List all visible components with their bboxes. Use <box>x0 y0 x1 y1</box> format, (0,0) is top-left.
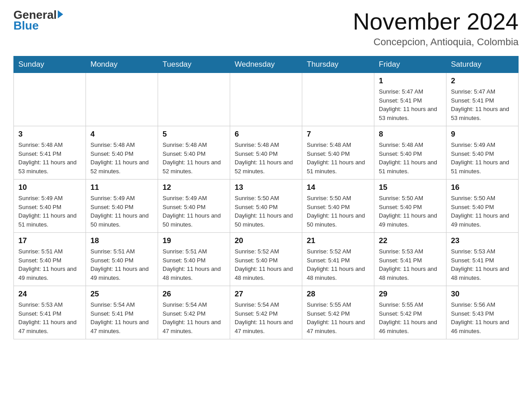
day-number: 22 <box>379 236 442 245</box>
day-number: 28 <box>307 290 369 299</box>
day-cell <box>302 73 374 126</box>
day-number: 16 <box>451 183 514 192</box>
day-cell: 12Sunrise: 5:49 AM Sunset: 5:40 PM Dayli… <box>158 180 230 233</box>
day-number: 9 <box>451 130 514 139</box>
day-info: Sunrise: 5:55 AM Sunset: 5:42 PM Dayligh… <box>379 300 442 335</box>
day-cell: 13Sunrise: 5:50 AM Sunset: 5:40 PM Dayli… <box>230 180 302 233</box>
day-info: Sunrise: 5:49 AM Sunset: 5:40 PM Dayligh… <box>451 141 514 176</box>
week-row-3: 10Sunrise: 5:49 AM Sunset: 5:40 PM Dayli… <box>14 180 519 233</box>
week-row-5: 24Sunrise: 5:53 AM Sunset: 5:41 PM Dayli… <box>14 286 519 339</box>
day-cell: 6Sunrise: 5:48 AM Sunset: 5:40 PM Daylig… <box>230 126 302 180</box>
calendar-table: SundayMondayTuesdayWednesdayThursdayFrid… <box>13 56 519 339</box>
day-info: Sunrise: 5:49 AM Sunset: 5:40 PM Dayligh… <box>163 194 225 229</box>
day-number: 8 <box>379 130 442 139</box>
day-number: 19 <box>163 236 225 245</box>
day-cell <box>86 73 158 126</box>
day-info: Sunrise: 5:48 AM Sunset: 5:40 PM Dayligh… <box>307 141 369 176</box>
day-number: 14 <box>307 183 369 192</box>
day-number: 3 <box>18 130 81 139</box>
week-row-4: 17Sunrise: 5:51 AM Sunset: 5:40 PM Dayli… <box>14 233 519 286</box>
day-number: 2 <box>451 77 514 86</box>
day-info: Sunrise: 5:51 AM Sunset: 5:40 PM Dayligh… <box>90 247 153 282</box>
weekday-header-sunday: Sunday <box>14 56 86 73</box>
day-cell: 25Sunrise: 5:54 AM Sunset: 5:41 PM Dayli… <box>86 286 158 339</box>
month-title: November 2024 <box>353 9 519 34</box>
day-number: 23 <box>451 236 514 245</box>
day-cell <box>158 73 230 126</box>
day-number: 29 <box>379 290 442 299</box>
day-cell: 14Sunrise: 5:50 AM Sunset: 5:40 PM Dayli… <box>302 180 374 233</box>
day-cell: 1Sunrise: 5:47 AM Sunset: 5:41 PM Daylig… <box>374 73 446 126</box>
day-number: 30 <box>451 290 514 299</box>
weekday-header-monday: Monday <box>86 56 158 73</box>
weekday-header-row: SundayMondayTuesdayWednesdayThursdayFrid… <box>14 56 519 73</box>
day-cell: 16Sunrise: 5:50 AM Sunset: 5:40 PM Dayli… <box>446 180 519 233</box>
day-info: Sunrise: 5:48 AM Sunset: 5:40 PM Dayligh… <box>90 141 153 176</box>
day-info: Sunrise: 5:48 AM Sunset: 5:41 PM Dayligh… <box>18 141 81 176</box>
day-info: Sunrise: 5:54 AM Sunset: 5:42 PM Dayligh… <box>163 300 225 335</box>
day-info: Sunrise: 5:49 AM Sunset: 5:40 PM Dayligh… <box>90 194 153 229</box>
day-cell: 26Sunrise: 5:54 AM Sunset: 5:42 PM Dayli… <box>158 286 230 339</box>
day-info: Sunrise: 5:50 AM Sunset: 5:40 PM Dayligh… <box>379 194 442 229</box>
day-info: Sunrise: 5:53 AM Sunset: 5:41 PM Dayligh… <box>379 247 442 282</box>
day-info: Sunrise: 5:54 AM Sunset: 5:41 PM Dayligh… <box>90 300 153 335</box>
day-info: Sunrise: 5:50 AM Sunset: 5:40 PM Dayligh… <box>451 194 514 229</box>
day-number: 12 <box>163 183 225 192</box>
day-number: 24 <box>18 290 81 299</box>
day-number: 15 <box>379 183 442 192</box>
day-number: 7 <box>307 130 369 139</box>
day-cell: 10Sunrise: 5:49 AM Sunset: 5:40 PM Dayli… <box>14 180 86 233</box>
weekday-header-wednesday: Wednesday <box>230 56 302 73</box>
weekday-header-friday: Friday <box>374 56 446 73</box>
day-cell: 9Sunrise: 5:49 AM Sunset: 5:40 PM Daylig… <box>446 126 519 180</box>
weekday-header-tuesday: Tuesday <box>158 56 230 73</box>
day-number: 27 <box>235 290 297 299</box>
day-number: 10 <box>18 183 81 192</box>
day-cell: 30Sunrise: 5:56 AM Sunset: 5:43 PM Dayli… <box>446 286 519 339</box>
day-info: Sunrise: 5:56 AM Sunset: 5:43 PM Dayligh… <box>451 300 514 335</box>
logo-blue-text: Blue <box>13 19 39 33</box>
day-info: Sunrise: 5:48 AM Sunset: 5:40 PM Dayligh… <box>163 141 225 176</box>
day-cell: 4Sunrise: 5:48 AM Sunset: 5:40 PM Daylig… <box>86 126 158 180</box>
day-cell: 29Sunrise: 5:55 AM Sunset: 5:42 PM Dayli… <box>374 286 446 339</box>
day-info: Sunrise: 5:53 AM Sunset: 5:41 PM Dayligh… <box>451 247 514 282</box>
logo-arrow-icon <box>58 10 63 18</box>
day-cell <box>230 73 302 126</box>
day-info: Sunrise: 5:51 AM Sunset: 5:40 PM Dayligh… <box>163 247 225 282</box>
day-number: 25 <box>90 290 153 299</box>
day-cell: 5Sunrise: 5:48 AM Sunset: 5:40 PM Daylig… <box>158 126 230 180</box>
page-header: General Blue November 2024 Concepcion, A… <box>13 9 519 48</box>
day-number: 1 <box>379 77 442 86</box>
day-cell: 17Sunrise: 5:51 AM Sunset: 5:40 PM Dayli… <box>14 233 86 286</box>
day-info: Sunrise: 5:47 AM Sunset: 5:41 PM Dayligh… <box>451 87 514 122</box>
day-number: 4 <box>90 130 153 139</box>
day-cell: 20Sunrise: 5:52 AM Sunset: 5:40 PM Dayli… <box>230 233 302 286</box>
day-cell: 3Sunrise: 5:48 AM Sunset: 5:41 PM Daylig… <box>14 126 86 180</box>
title-area: November 2024 Concepcion, Antioquia, Col… <box>353 9 519 48</box>
day-cell: 24Sunrise: 5:53 AM Sunset: 5:41 PM Dayli… <box>14 286 86 339</box>
day-number: 17 <box>18 236 81 245</box>
week-row-2: 3Sunrise: 5:48 AM Sunset: 5:41 PM Daylig… <box>14 126 519 180</box>
day-info: Sunrise: 5:49 AM Sunset: 5:40 PM Dayligh… <box>18 194 81 229</box>
day-number: 5 <box>163 130 225 139</box>
day-info: Sunrise: 5:48 AM Sunset: 5:40 PM Dayligh… <box>379 141 442 176</box>
day-cell: 18Sunrise: 5:51 AM Sunset: 5:40 PM Dayli… <box>86 233 158 286</box>
day-cell: 11Sunrise: 5:49 AM Sunset: 5:40 PM Dayli… <box>86 180 158 233</box>
weekday-header-thursday: Thursday <box>302 56 374 73</box>
week-row-1: 1Sunrise: 5:47 AM Sunset: 5:41 PM Daylig… <box>14 73 519 126</box>
day-info: Sunrise: 5:51 AM Sunset: 5:40 PM Dayligh… <box>18 247 81 282</box>
day-cell: 2Sunrise: 5:47 AM Sunset: 5:41 PM Daylig… <box>446 73 519 126</box>
day-number: 13 <box>235 183 297 192</box>
day-info: Sunrise: 5:53 AM Sunset: 5:41 PM Dayligh… <box>18 300 81 335</box>
day-info: Sunrise: 5:50 AM Sunset: 5:40 PM Dayligh… <box>235 194 297 229</box>
day-cell: 21Sunrise: 5:52 AM Sunset: 5:41 PM Dayli… <box>302 233 374 286</box>
day-cell: 22Sunrise: 5:53 AM Sunset: 5:41 PM Dayli… <box>374 233 446 286</box>
day-info: Sunrise: 5:50 AM Sunset: 5:40 PM Dayligh… <box>307 194 369 229</box>
day-number: 6 <box>235 130 297 139</box>
day-cell: 7Sunrise: 5:48 AM Sunset: 5:40 PM Daylig… <box>302 126 374 180</box>
day-info: Sunrise: 5:52 AM Sunset: 5:41 PM Dayligh… <box>307 247 369 282</box>
day-cell: 23Sunrise: 5:53 AM Sunset: 5:41 PM Dayli… <box>446 233 519 286</box>
day-cell: 28Sunrise: 5:55 AM Sunset: 5:42 PM Dayli… <box>302 286 374 339</box>
day-info: Sunrise: 5:55 AM Sunset: 5:42 PM Dayligh… <box>307 300 369 335</box>
location-subtitle: Concepcion, Antioquia, Colombia <box>353 36 519 48</box>
